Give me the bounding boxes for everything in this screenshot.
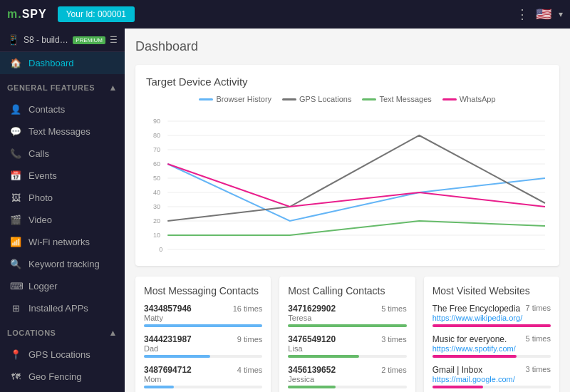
calling-bar-2 <box>288 386 336 388</box>
svg-text:70: 70 <box>153 146 160 153</box>
legend-whatsapp-dot <box>442 98 457 100</box>
legend-browser: Browser History <box>199 95 271 103</box>
collapse-icon[interactable]: ▲ <box>109 83 118 93</box>
logger-icon: ⌨ <box>10 281 21 292</box>
events-icon: 📅 <box>10 170 21 181</box>
section-locations: LOCATIONS ▲ <box>0 322 125 344</box>
contact-item-1: 3444231987 Dad 9 times <box>144 334 262 358</box>
photo-label: Photo <box>28 192 53 203</box>
website-bar-0 <box>432 324 551 327</box>
main-layout: 📱 S8 - build 13 - 5... PREMIUM ☰ 🏠 Dashb… <box>0 29 570 392</box>
contacts-icon: 👤 <box>10 104 21 115</box>
website-item-1: Music for everyone. https://www.spotify.… <box>432 334 551 358</box>
legend-text-label: Text Messages <box>379 95 431 103</box>
calling-bar-1 <box>288 355 359 358</box>
contact-top-2: 3487694712 Mom 4 times <box>144 365 262 383</box>
page-title: Dashboard <box>135 39 198 54</box>
wifi-label: Wi-Fi networks <box>28 237 90 247</box>
more-options-icon[interactable]: ⋮ <box>516 6 529 22</box>
android-icon: 📱 <box>7 34 19 46</box>
sidebar: 📱 S8 - build 13 - 5... PREMIUM ☰ 🏠 Dashb… <box>0 29 125 392</box>
topbar-right: ⋮ 🇺🇸 ▾ <box>516 6 563 22</box>
legend-text: Text Messages <box>362 95 431 103</box>
geo-fencing-icon: 🗺 <box>10 371 21 382</box>
section-general-label: GENERAL FEATURES <box>7 83 95 92</box>
sidebar-item-calls[interactable]: 📞 Calls <box>0 143 125 165</box>
text-messages-icon: 💬 <box>10 126 21 137</box>
sidebar-item-gps[interactable]: 📍 GPS Locations <box>0 344 125 366</box>
sidebar-item-keyword[interactable]: 🔍 Keyword tracking <box>0 253 125 275</box>
calling-bar-wrap-2 <box>288 386 406 388</box>
device-name: S8 - build 13 - 5... <box>24 35 68 45</box>
calling-card: Most Calling Contacts 3471629902 Teresa … <box>279 277 415 392</box>
sidebar-item-geo-fencing[interactable]: 🗺 Geo Fencing <box>0 366 125 388</box>
gps-label: GPS Locations <box>28 349 90 360</box>
svg-text:90: 90 <box>153 118 160 125</box>
sidebar-item-contacts[interactable]: 👤 Contacts <box>0 98 125 120</box>
website-bar-wrap-1 <box>432 355 551 358</box>
calling-bar-0 <box>288 324 406 327</box>
sidebar-item-text-messages[interactable]: 💬 Text Messages <box>0 120 125 143</box>
legend-whatsapp: WhatsApp <box>442 95 496 103</box>
activity-chart: 0 10 20 30 40 50 60 70 80 90 <box>146 110 549 253</box>
svg-text:50: 50 <box>153 175 160 182</box>
chart-title: Target Device Activity <box>146 76 549 88</box>
collapse-icon-locations[interactable]: ▲ <box>109 328 118 338</box>
installed-apps-icon: ⊞ <box>10 303 21 314</box>
calling-item-1: 3476549120 Lisa 3 times <box>288 334 406 358</box>
contact-bar-0 <box>144 324 262 327</box>
contact-info-2: 3487694712 Mom <box>144 365 192 383</box>
svg-text:60: 60 <box>153 160 160 167</box>
logger-label: Logger <box>28 281 57 292</box>
legend-gps-label: GPS Locations <box>299 95 351 103</box>
hamburger-icon[interactable]: ☰ <box>110 35 118 45</box>
contacts-label: Contacts <box>28 104 65 115</box>
sidebar-item-installed-apps[interactable]: ⊞ Installed APPs <box>0 297 125 319</box>
chart-legend: Browser History GPS Locations Text Messa… <box>146 95 549 103</box>
contact-bar-1 <box>144 355 210 358</box>
geo-fencing-label: Geo Fencing <box>28 371 81 382</box>
dashboard-label: Dashboard <box>28 58 74 68</box>
contact-info-1: 3444231987 Dad <box>144 334 192 353</box>
chevron-down-icon[interactable]: ▾ <box>559 9 563 19</box>
legend-gps: GPS Locations <box>282 95 351 103</box>
sidebar-item-photo[interactable]: 🖼 Photo <box>0 187 125 209</box>
contact-item-0: 3434857946 Matty 16 times <box>144 304 262 327</box>
calling-info-2: 3456139652 Jessica <box>288 365 336 383</box>
keyword-label: Keyword tracking <box>28 259 100 269</box>
calling-bar-wrap-1 <box>288 355 406 358</box>
sidebar-item-wifi[interactable]: 📶 Wi-Fi networks <box>0 231 125 253</box>
website-bar-1 <box>432 355 517 358</box>
calling-bar-wrap-0 <box>288 324 406 327</box>
sidebar-item-dashboard[interactable]: 🏠 Dashboard <box>0 52 125 74</box>
logo: m.SPY <box>7 8 47 21</box>
flag-icon: 🇺🇸 <box>536 6 551 22</box>
logo-spy: SPY <box>22 8 47 20</box>
contact-bar-wrap-1 <box>144 355 262 358</box>
installed-apps-label: Installed APPs <box>28 303 88 314</box>
website-item-0: The Free Encyclopedia https://www.wikipe… <box>432 304 551 327</box>
svg-text:10: 10 <box>153 232 160 239</box>
photo-icon: 🖼 <box>10 192 21 203</box>
calling-info-0: 3471629902 Teresa <box>288 304 336 322</box>
legend-browser-dot <box>199 98 213 100</box>
svg-text:40: 40 <box>153 189 160 196</box>
user-id-badge: Your Id: 000001 <box>58 6 135 22</box>
calling-top-2: 3456139652 Jessica 2 times <box>288 365 406 383</box>
messaging-card-title: Most Messaging Contacts <box>144 285 262 296</box>
svg-text:30: 30 <box>153 203 160 210</box>
sidebar-item-video[interactable]: 🎬 Video <box>0 209 125 231</box>
svg-text:20: 20 <box>153 217 160 225</box>
legend-gps-dot <box>282 98 296 100</box>
calling-top-1: 3476549120 Lisa 3 times <box>288 334 406 353</box>
calls-label: Calls <box>28 148 49 159</box>
calling-card-title: Most Calling Contacts <box>288 285 406 296</box>
keyword-icon: 🔍 <box>10 259 21 269</box>
contact-bar-wrap-0 <box>144 324 262 327</box>
legend-whatsapp-label: WhatsApp <box>460 95 496 103</box>
device-row[interactable]: 📱 S8 - build 13 - 5... PREMIUM ☰ <box>0 29 125 52</box>
sidebar-item-logger[interactable]: ⌨ Logger <box>0 275 125 297</box>
calling-info-1: 3476549120 Lisa <box>288 334 336 353</box>
sidebar-item-events[interactable]: 📅 Events <box>0 165 125 187</box>
website-bar-wrap-2 <box>432 386 551 388</box>
